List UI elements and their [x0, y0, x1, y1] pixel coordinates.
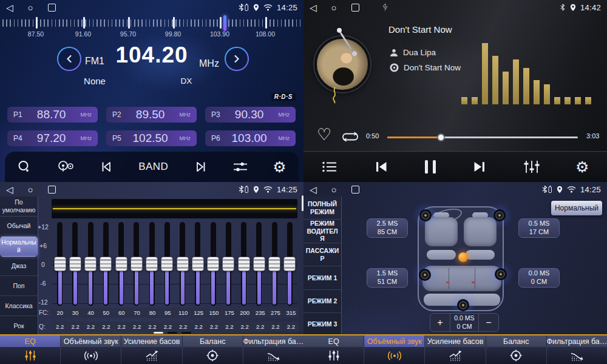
eq-band-slider[interactable] — [72, 222, 78, 306]
slider-handle[interactable] — [54, 257, 66, 271]
preset-p5[interactable]: P5102.50MHz — [106, 130, 197, 146]
slider-handle[interactable] — [161, 257, 173, 271]
nav-recents-icon[interactable] — [48, 4, 56, 12]
mode-3[interactable]: РЕЖИМ 3 — [304, 313, 341, 335]
tab-filter[interactable]: Фильтрация ба… — [243, 335, 304, 347]
eq-preset-pop[interactable]: Поп — [0, 276, 38, 296]
nav-back-icon[interactable]: ◁ — [310, 185, 317, 194]
eq-band-slider[interactable] — [226, 222, 231, 306]
previous-station-icon[interactable] — [100, 160, 114, 174]
equalizer-icon[interactable] — [524, 160, 540, 174]
nav-recents-icon[interactable] — [351, 4, 359, 12]
slider-handle[interactable] — [283, 257, 296, 271]
tab-bass-boost[interactable]: Усиление басов — [121, 335, 182, 347]
eq-band-slider[interactable] — [241, 222, 246, 306]
center-speaker-icon[interactable] — [457, 299, 469, 311]
mode-driver[interactable]: РЕЖИМ ВОДИТЕЛЯ — [304, 220, 341, 243]
eq-band-slider[interactable] — [134, 222, 139, 306]
slider-handle[interactable] — [115, 257, 127, 271]
eq-band-slider[interactable] — [118, 222, 124, 306]
settings-gear-icon[interactable]: ⚙ — [575, 160, 589, 175]
seek-bar[interactable] — [387, 136, 578, 138]
tab-surround-icon[interactable] — [364, 347, 425, 364]
tuner-pointer[interactable] — [223, 15, 226, 31]
rear-right-speaker-icon[interactable] — [495, 268, 507, 280]
previous-track-icon[interactable] — [373, 160, 389, 174]
increase-delay-button[interactable]: + — [430, 314, 450, 331]
slider-handle[interactable] — [192, 257, 204, 271]
tune-up-button[interactable] — [225, 47, 249, 71]
slider-handle[interactable] — [253, 257, 265, 271]
tab-bass-boost[interactable]: Усиление басов — [425, 335, 486, 347]
playlist-icon[interactable] — [322, 161, 337, 173]
nav-back-icon[interactable]: ◁ — [6, 185, 13, 194]
eq-preset-jazz[interactable]: Джаз — [0, 257, 38, 277]
eq-band-slider[interactable] — [88, 222, 93, 306]
eq-band-slider[interactable] — [272, 222, 277, 306]
preset-p4[interactable]: P497.20MHz — [7, 130, 98, 146]
nav-back-icon[interactable]: ◁ — [6, 3, 13, 12]
decrease-delay-button[interactable]: − — [479, 314, 498, 331]
tab-balance[interactable]: Баланс — [486, 335, 547, 347]
preset-p2[interactable]: P289.50MHz — [106, 107, 197, 123]
front-left-delay-button[interactable]: 2.5 MS85 CM — [367, 218, 408, 238]
tab-filter[interactable]: Фильтрация ба… — [547, 335, 607, 347]
slider-handle[interactable] — [222, 257, 234, 271]
eq-preset-normal[interactable]: Нормальный — [0, 237, 38, 257]
eq-band-slider[interactable] — [57, 222, 63, 306]
nav-recents-icon[interactable] — [48, 186, 56, 194]
slider-handle[interactable] — [84, 257, 97, 271]
slider-handle[interactable] — [177, 257, 189, 271]
tab-surround[interactable]: Объёмный звук — [364, 335, 425, 347]
slider-handle[interactable] — [207, 257, 219, 271]
slider-handle[interactable] — [69, 257, 81, 271]
band-button[interactable]: BAND — [138, 161, 168, 173]
next-station-icon[interactable] — [193, 160, 208, 174]
front-left-speaker-icon[interactable] — [419, 209, 432, 221]
profile-button[interactable]: Нормальный — [551, 201, 602, 215]
slider-handle[interactable] — [131, 257, 143, 271]
audio-settings-icon[interactable] — [232, 160, 248, 174]
eq-preset-default[interactable]: По умолчанию — [0, 197, 38, 217]
tuner-scale[interactable]: 87.50 91.60 95.70 99.80 103.90 108.00 — [2, 15, 301, 39]
eq-band-slider[interactable] — [164, 222, 170, 306]
broadcast-icon[interactable] — [56, 160, 75, 174]
tab-surround-icon[interactable] — [61, 347, 121, 364]
tab-eq-icon[interactable] — [304, 347, 364, 364]
repeat-icon[interactable] — [341, 130, 359, 143]
slider-handle[interactable] — [100, 257, 112, 271]
eq-preset-rock[interactable]: Рок — [0, 316, 38, 335]
tab-balance-icon[interactable] — [183, 347, 243, 364]
mode-1[interactable]: РЕЖИМ 1 — [304, 266, 341, 289]
search-stations-icon[interactable] — [17, 160, 32, 174]
nav-home-icon[interactable]: ○ — [28, 185, 33, 194]
preset-p1[interactable]: P188.70MHz — [7, 107, 98, 123]
tab-eq-icon[interactable] — [0, 347, 61, 364]
tab-balance-icon[interactable] — [486, 347, 547, 364]
slider-handle[interactable] — [238, 257, 250, 271]
tab-filter-icon[interactable] — [243, 347, 304, 364]
eq-band-slider[interactable] — [103, 222, 109, 306]
preset-p6[interactable]: P6103.00MHz — [205, 130, 296, 146]
favorite-icon[interactable]: ♡ — [317, 127, 331, 143]
nav-back-icon[interactable]: ◁ — [310, 3, 317, 12]
front-right-delay-button[interactable]: 0.5 MS17 CM — [518, 218, 560, 238]
tab-bass-boost-icon[interactable] — [121, 347, 182, 364]
settings-gear-icon[interactable]: ⚙ — [273, 160, 286, 175]
tab-eq[interactable]: EQ — [0, 335, 61, 347]
eq-band-slider[interactable] — [149, 222, 155, 306]
eq-band-slider[interactable] — [180, 222, 185, 306]
pause-icon[interactable] — [425, 160, 436, 174]
nav-home-icon[interactable]: ○ — [331, 3, 337, 12]
rear-left-speaker-icon[interactable] — [419, 269, 431, 281]
rear-left-delay-button[interactable]: 1.5 MS51 CM — [367, 268, 408, 288]
mode-full[interactable]: ПОЛНЫЙ РЕЖИМ — [304, 197, 341, 220]
tab-eq[interactable]: EQ — [304, 335, 364, 347]
nav-home-icon[interactable]: ○ — [28, 3, 33, 12]
listening-position-dot[interactable] — [458, 252, 468, 262]
rear-right-delay-button[interactable]: 0.0 MS0 CM — [518, 268, 560, 288]
preset-p3[interactable]: P390.30MHz — [205, 107, 296, 123]
next-track-icon[interactable] — [472, 160, 487, 174]
tab-surround[interactable]: Объёмный звук — [61, 335, 121, 347]
tab-filter-icon[interactable] — [547, 347, 607, 364]
